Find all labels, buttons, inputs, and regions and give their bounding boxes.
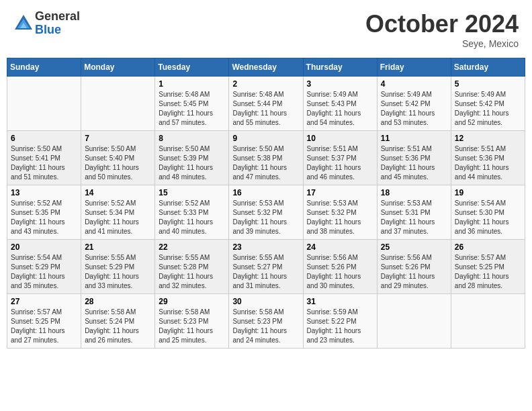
day-info: Sunrise: 5:51 AMSunset: 5:36 PMDaylight:… [455, 144, 521, 182]
day-info: Sunrise: 5:54 AMSunset: 5:30 PMDaylight:… [455, 199, 521, 236]
day-cell-1-3: 9Sunrise: 5:50 AMSunset: 5:38 PMDaylight… [229, 131, 303, 185]
day-cell-1-5: 11Sunrise: 5:51 AMSunset: 5:36 PMDayligh… [377, 131, 451, 185]
day-cell-0-0 [7, 77, 81, 131]
day-cell-2-4: 17Sunrise: 5:53 AMSunset: 5:32 PMDayligh… [303, 185, 377, 240]
day-info: Sunrise: 5:53 AMSunset: 5:32 PMDaylight:… [232, 199, 299, 236]
week-row-5: 27Sunrise: 5:57 AMSunset: 5:25 PMDayligh… [7, 294, 525, 349]
day-cell-0-1 [81, 77, 155, 131]
day-cell-2-0: 13Sunrise: 5:52 AMSunset: 5:35 PMDayligh… [7, 185, 81, 240]
day-info: Sunrise: 5:58 AMSunset: 5:23 PMDaylight:… [232, 308, 299, 345]
day-number: 19 [455, 188, 521, 197]
day-number: 25 [381, 242, 447, 252]
day-number: 7 [85, 134, 151, 143]
day-cell-3-6: 26Sunrise: 5:57 AMSunset: 5:25 PMDayligh… [451, 240, 525, 294]
day-cell-1-1: 7Sunrise: 5:50 AMSunset: 5:40 PMDaylight… [81, 131, 155, 185]
day-number: 11 [381, 134, 447, 143]
day-number: 24 [307, 242, 373, 252]
page-header: General Blue October 2024 Seye, Mexico [7, 7, 525, 52]
day-info: Sunrise: 5:56 AMSunset: 5:26 PMDaylight:… [381, 253, 447, 291]
day-number: 17 [307, 188, 373, 197]
day-number: 10 [307, 134, 373, 143]
day-info: Sunrise: 5:55 AMSunset: 5:27 PMDaylight:… [232, 253, 299, 291]
day-cell-4-4: 31Sunrise: 5:59 AMSunset: 5:22 PMDayligh… [303, 294, 377, 349]
col-thursday: Thursday [303, 58, 377, 77]
col-sunday: Sunday [7, 58, 81, 77]
day-number: 21 [85, 242, 151, 252]
day-info: Sunrise: 5:52 AMSunset: 5:33 PMDaylight:… [159, 199, 225, 236]
day-number: 23 [232, 242, 299, 252]
day-cell-2-6: 19Sunrise: 5:54 AMSunset: 5:30 PMDayligh… [451, 185, 525, 240]
day-number: 14 [85, 188, 151, 197]
day-number: 30 [232, 297, 299, 306]
logo-text: General Blue [35, 10, 80, 37]
day-number: 9 [232, 134, 299, 143]
day-number: 18 [381, 188, 447, 197]
day-number: 5 [455, 79, 521, 89]
day-info: Sunrise: 5:50 AMSunset: 5:40 PMDaylight:… [85, 144, 151, 182]
col-friday: Friday [377, 58, 451, 77]
day-number: 29 [159, 297, 225, 306]
day-info: Sunrise: 5:55 AMSunset: 5:28 PMDaylight:… [159, 253, 225, 291]
day-cell-2-3: 16Sunrise: 5:53 AMSunset: 5:32 PMDayligh… [229, 185, 303, 240]
day-info: Sunrise: 5:50 AMSunset: 5:38 PMDaylight:… [232, 144, 299, 182]
day-cell-4-3: 30Sunrise: 5:58 AMSunset: 5:23 PMDayligh… [229, 294, 303, 349]
day-number: 8 [159, 134, 225, 143]
day-number: 27 [11, 297, 77, 306]
day-cell-3-3: 23Sunrise: 5:55 AMSunset: 5:27 PMDayligh… [229, 240, 303, 294]
day-cell-2-5: 18Sunrise: 5:53 AMSunset: 5:31 PMDayligh… [377, 185, 451, 240]
day-info: Sunrise: 5:54 AMSunset: 5:29 PMDaylight:… [11, 253, 77, 291]
day-cell-0-4: 3Sunrise: 5:49 AMSunset: 5:43 PMDaylight… [303, 77, 377, 131]
col-saturday: Saturday [451, 58, 525, 77]
day-cell-1-6: 12Sunrise: 5:51 AMSunset: 5:36 PMDayligh… [451, 131, 525, 185]
day-info: Sunrise: 5:50 AMSunset: 5:41 PMDaylight:… [11, 144, 77, 182]
day-cell-4-2: 29Sunrise: 5:58 AMSunset: 5:23 PMDayligh… [155, 294, 229, 349]
col-monday: Monday [81, 58, 155, 77]
day-number: 1 [159, 79, 225, 89]
day-info: Sunrise: 5:48 AMSunset: 5:45 PMDaylight:… [159, 90, 225, 128]
col-tuesday: Tuesday [155, 58, 229, 77]
title-area: October 2024 Seye, Mexico [365, 10, 519, 49]
day-number: 13 [11, 188, 77, 197]
location: Seye, Mexico [365, 38, 519, 49]
calendar: Sunday Monday Tuesday Wednesday Thursday… [7, 58, 525, 349]
logo-blue: Blue [35, 24, 80, 37]
day-cell-4-5 [377, 294, 451, 349]
day-info: Sunrise: 5:55 AMSunset: 5:29 PMDaylight:… [85, 253, 151, 291]
day-number: 6 [11, 134, 77, 143]
day-info: Sunrise: 5:53 AMSunset: 5:32 PMDaylight:… [307, 199, 373, 236]
day-info: Sunrise: 5:51 AMSunset: 5:37 PMDaylight:… [307, 144, 373, 182]
calendar-header: Sunday Monday Tuesday Wednesday Thursday… [7, 58, 525, 77]
day-cell-4-0: 27Sunrise: 5:57 AMSunset: 5:25 PMDayligh… [7, 294, 81, 349]
logo-general: General [35, 10, 80, 24]
day-number: 31 [307, 297, 373, 306]
header-row: Sunday Monday Tuesday Wednesday Thursday… [7, 58, 525, 77]
month-title: October 2024 [365, 10, 519, 38]
day-number: 20 [11, 242, 77, 252]
day-cell-2-2: 15Sunrise: 5:52 AMSunset: 5:33 PMDayligh… [155, 185, 229, 240]
week-row-4: 20Sunrise: 5:54 AMSunset: 5:29 PMDayligh… [7, 240, 525, 294]
day-info: Sunrise: 5:52 AMSunset: 5:34 PMDaylight:… [85, 199, 151, 236]
day-cell-1-4: 10Sunrise: 5:51 AMSunset: 5:37 PMDayligh… [303, 131, 377, 185]
day-cell-4-1: 28Sunrise: 5:58 AMSunset: 5:24 PMDayligh… [81, 294, 155, 349]
day-number: 4 [381, 79, 447, 89]
logo-icon [13, 13, 34, 34]
day-cell-1-0: 6Sunrise: 5:50 AMSunset: 5:41 PMDaylight… [7, 131, 81, 185]
day-cell-4-6 [451, 294, 525, 349]
day-cell-3-0: 20Sunrise: 5:54 AMSunset: 5:29 PMDayligh… [7, 240, 81, 294]
day-number: 26 [455, 242, 521, 252]
day-cell-3-2: 22Sunrise: 5:55 AMSunset: 5:28 PMDayligh… [155, 240, 229, 294]
day-cell-3-5: 25Sunrise: 5:56 AMSunset: 5:26 PMDayligh… [377, 240, 451, 294]
day-info: Sunrise: 5:51 AMSunset: 5:36 PMDaylight:… [381, 144, 447, 182]
day-cell-2-1: 14Sunrise: 5:52 AMSunset: 5:34 PMDayligh… [81, 185, 155, 240]
day-info: Sunrise: 5:57 AMSunset: 5:25 PMDaylight:… [11, 308, 77, 345]
day-number: 12 [455, 134, 521, 143]
logo: General Blue [13, 10, 80, 37]
day-number: 22 [159, 242, 225, 252]
day-cell-3-4: 24Sunrise: 5:56 AMSunset: 5:26 PMDayligh… [303, 240, 377, 294]
day-info: Sunrise: 5:57 AMSunset: 5:25 PMDaylight:… [455, 253, 521, 291]
day-number: 16 [232, 188, 299, 197]
day-info: Sunrise: 5:58 AMSunset: 5:24 PMDaylight:… [85, 308, 151, 345]
day-cell-0-2: 1Sunrise: 5:48 AMSunset: 5:45 PMDaylight… [155, 77, 229, 131]
col-wednesday: Wednesday [229, 58, 303, 77]
day-number: 28 [85, 297, 151, 306]
